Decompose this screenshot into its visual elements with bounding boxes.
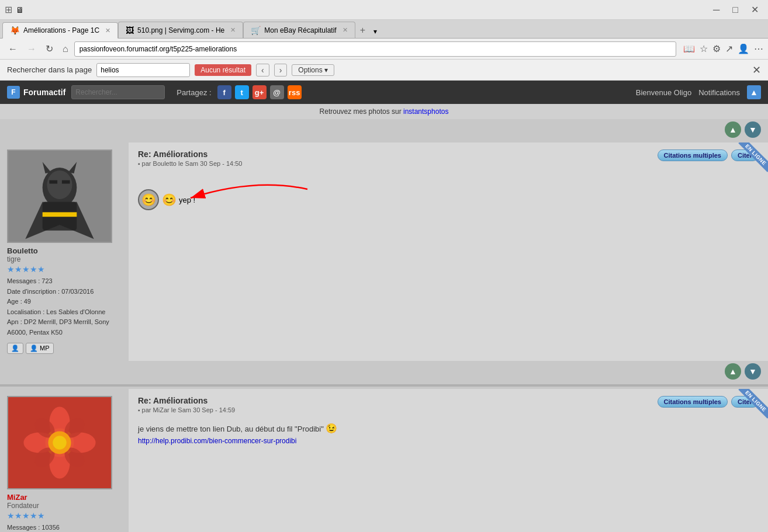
svg-rect-6	[62, 180, 70, 184]
scroll-down-button-top[interactable]: ▼	[745, 121, 761, 138]
en-ligne-wrapper-2: EN LIGNE	[733, 389, 768, 424]
section-divider-1	[0, 384, 768, 387]
share-label: Partagez :	[177, 88, 211, 97]
cite-multiple-button-1[interactable]: Citations multiples	[658, 149, 728, 161]
forum-logo[interactable]: F Forumactif	[7, 86, 65, 99]
svg-point-25	[53, 436, 66, 449]
scroll-down-button-1[interactable]: ▼	[745, 363, 761, 380]
find-label: Rechercher dans la page	[7, 65, 92, 74]
user-messages-2: Messages : 10356	[7, 523, 122, 532]
user-name-2: MiZar	[7, 493, 122, 502]
extensions-icon[interactable]: ⚙	[712, 43, 721, 54]
cite-multiple-button-2[interactable]: Citations multiples	[658, 396, 728, 408]
svg-point-2	[47, 171, 72, 199]
tab-510png[interactable]: 🖼 510.png | Servimg.com - He ✕	[118, 22, 243, 38]
browser-title-bar: ⊞ 🖥 ─ □ ✕	[0, 0, 768, 20]
share-rss-button[interactable]: rss	[288, 85, 302, 99]
user-profile-button-1[interactable]: 👤	[7, 343, 23, 354]
post-title-1: Re: Améliorations	[138, 149, 242, 159]
person-icon[interactable]: 👤	[738, 43, 749, 54]
minimize-button[interactable]: ─	[708, 5, 724, 15]
find-input[interactable]	[96, 63, 190, 77]
instantsphotos-link[interactable]: instantsphotos	[403, 107, 448, 116]
scroll-up-button-top[interactable]: ▲	[725, 121, 741, 138]
tab-label-3: Mon eBay Récapitulatif	[264, 26, 336, 34]
post-title-area-1: Re: Améliorations ▪ par Bouletto le Sam …	[138, 149, 242, 167]
page-content: Retrouvez mes photos sur instantsphotos …	[0, 104, 768, 532]
user-avatar-2	[7, 396, 112, 489]
forward-button[interactable]: →	[23, 43, 40, 55]
scroll-up-button-1[interactable]: ▲	[725, 363, 741, 380]
tab-close-3[interactable]: ✕	[343, 26, 348, 34]
user-name-1: Bouletto	[7, 246, 122, 255]
bookmark-icon[interactable]: ☆	[700, 43, 708, 54]
forum-header: F Forumactif Partagez : f t g+ @ rss Bie…	[0, 81, 768, 104]
user-localisation-1: Localisation : Les Sables d'Olonne	[7, 307, 122, 318]
forum-up-button[interactable]: ▲	[747, 85, 761, 99]
new-tab-button[interactable]: +	[355, 23, 370, 38]
post-content-1: Re: Améliorations ▪ par Bouletto le Sam …	[129, 142, 768, 361]
post-text-line2-2: http://help.prodibi.com/bien-commencer-s…	[138, 436, 759, 445]
post-icon-2: ▪	[138, 407, 140, 413]
user-apn-1: Apn : DP2 Merrill, DP3 Merrill, Sony A60…	[7, 317, 122, 338]
find-prev-button[interactable]: ‹	[256, 64, 269, 77]
reader-view-icon[interactable]: 📖	[683, 43, 695, 54]
emoji-wink-2: 😉	[326, 423, 337, 433]
tab-close-1[interactable]: ✕	[105, 27, 110, 34]
user-action-icons-1: 👤 👤 MP	[7, 343, 122, 354]
share-facebook-button[interactable]: f	[217, 85, 231, 99]
post-body-area-1: 😊 😊 yep !	[138, 172, 759, 216]
tab-bar: 🦊 Améliorations - Page 1C ✕ 🖼 510.png | …	[0, 20, 768, 39]
back-button[interactable]: ←	[5, 43, 21, 55]
en-ligne-badge-2: EN LIGNE	[738, 389, 768, 419]
reload-button[interactable]: ↻	[42, 42, 57, 55]
user-title-2: Fondateur	[7, 502, 122, 510]
share-twitter-button[interactable]: t	[235, 85, 249, 99]
browser-icon: 🖥	[16, 5, 24, 15]
share-icon[interactable]: ↗	[725, 43, 733, 54]
notifications-link[interactable]: Notifications	[698, 88, 740, 97]
maximize-button[interactable]: □	[728, 5, 743, 15]
post-section-2: MiZar Fondateur ★★★★★ Messages : 10356 D…	[0, 389, 768, 532]
user-age-1: Age : 49	[7, 297, 122, 307]
user-avatar-1	[7, 149, 112, 243]
arrow-annotation-svg	[138, 166, 337, 224]
post-container-2: MiZar Fondateur ★★★★★ Messages : 10356 D…	[0, 389, 768, 532]
post-header-2: Re: Améliorations ▪ par MiZar le Sam 30 …	[138, 396, 759, 413]
forum-search-input[interactable]	[71, 85, 165, 99]
en-ligne-badge-1: EN LIGNE	[738, 142, 768, 172]
tab-dropdown-icon[interactable]: ▾	[370, 25, 380, 38]
home-button[interactable]: ⌂	[59, 43, 72, 55]
user-sidebar-1: Bouletto tigre ★★★★★ Messages : 723 Date…	[0, 142, 129, 361]
browser-nav-icons: 📖 ☆ ⚙ ↗ 👤 ⋯	[683, 43, 763, 54]
user-info-2: Messages : 10356 Date d'inscription : 18…	[7, 523, 122, 532]
user-sidebar-2: MiZar Fondateur ★★★★★ Messages : 10356 D…	[0, 389, 129, 532]
tab-favicon-1: 🦊	[10, 26, 20, 35]
tab-label-1: Améliorations - Page 1C	[23, 26, 99, 34]
post-title-2: Re: Améliorations	[138, 396, 235, 405]
en-ligne-wrapper-1: EN LIGNE	[733, 142, 768, 178]
menu-icon[interactable]: ⋯	[754, 43, 763, 54]
share-googleplus-button[interactable]: g+	[252, 85, 267, 99]
post-date-2: par MiZar le Sam 30 Sep - 14:59	[142, 406, 236, 413]
find-bar: Rechercher dans la page Aucun résultat ‹…	[0, 60, 768, 81]
tab-label-2: 510.png | Servimg.com - He	[137, 26, 224, 34]
tab-ameliorations[interactable]: 🦊 Améliorations - Page 1C ✕	[2, 22, 118, 39]
find-next-button[interactable]: ›	[274, 64, 288, 77]
user-inscription-1: Date d'inscription : 07/03/2016	[7, 287, 122, 297]
tab-favicon-3: 🛒	[251, 26, 261, 35]
address-bar[interactable]	[74, 41, 676, 57]
find-close-button[interactable]: ✕	[752, 64, 761, 77]
forum-logo-text: Forumactif	[23, 88, 65, 97]
find-options-button[interactable]: Options ▾	[292, 64, 334, 76]
tab-ebay[interactable]: 🛒 Mon eBay Récapitulatif ✕	[243, 22, 355, 38]
bottom-arrows-1: ▲ ▼	[0, 361, 768, 382]
tab-close-2[interactable]: ✕	[230, 26, 236, 34]
share-email-button[interactable]: @	[270, 85, 284, 99]
user-mp-button-1[interactable]: 👤 MP	[26, 343, 54, 354]
post-content-2: Re: Améliorations ▪ par MiZar le Sam 30 …	[129, 389, 768, 532]
close-button[interactable]: ✕	[746, 4, 763, 15]
user-title-1: tigre	[7, 255, 122, 263]
user-info-1: Messages : 723 Date d'inscription : 07/0…	[7, 276, 122, 338]
prodibi-link[interactable]: http://help.prodibi.com/bien-commencer-s…	[138, 437, 296, 445]
